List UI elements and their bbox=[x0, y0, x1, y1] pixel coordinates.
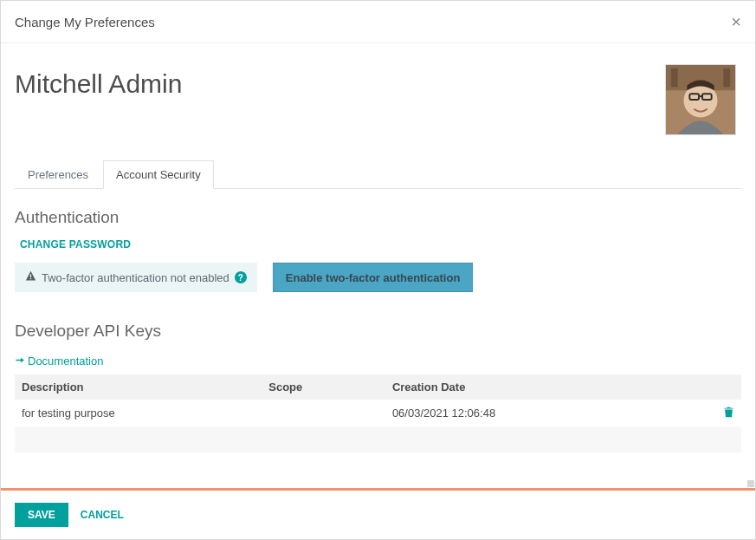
documentation-link-label: Documentation bbox=[28, 355, 103, 368]
twofa-status-badge: Two-factor authentication not enabled ? bbox=[15, 263, 257, 292]
col-description: Description bbox=[15, 374, 262, 400]
preferences-modal: Change My Preferences × Mitchell Admin bbox=[0, 0, 756, 540]
cell-creation-date: 06/03/2021 12:06:48 bbox=[385, 400, 690, 426]
col-scope: Scope bbox=[262, 374, 385, 400]
scrollbar-nub[interactable] bbox=[747, 480, 754, 487]
cancel-button[interactable]: Cancel bbox=[81, 509, 124, 521]
svg-rect-2 bbox=[671, 68, 678, 87]
api-keys-heading: Developer API Keys bbox=[15, 322, 741, 341]
col-creation-date: Creation Date bbox=[385, 374, 690, 400]
cell-delete bbox=[690, 400, 741, 426]
arrow-right-icon bbox=[15, 355, 24, 368]
warning-triangle-icon bbox=[25, 270, 36, 284]
enable-twofa-button[interactable]: Enable two-factor authentication bbox=[273, 263, 474, 292]
avatar[interactable] bbox=[665, 64, 736, 135]
tabs: Preferences Account Security bbox=[15, 159, 741, 189]
save-button[interactable]: Save bbox=[15, 503, 68, 527]
modal-footer: Save Cancel bbox=[1, 491, 755, 539]
modal-title: Change My Preferences bbox=[15, 15, 155, 29]
tab-account-security[interactable]: Account Security bbox=[103, 160, 214, 189]
tab-preferences[interactable]: Preferences bbox=[15, 160, 101, 189]
svg-rect-8 bbox=[30, 274, 31, 277]
change-password-button[interactable]: Change Password bbox=[20, 238, 131, 250]
cell-scope bbox=[262, 400, 385, 426]
documentation-link[interactable]: Documentation bbox=[15, 355, 103, 368]
table-header-row: Description Scope Creation Date bbox=[15, 374, 741, 400]
trash-icon[interactable] bbox=[723, 407, 734, 420]
table-empty-row bbox=[15, 426, 741, 452]
svg-rect-3 bbox=[723, 68, 730, 87]
help-circle-icon[interactable]: ? bbox=[235, 271, 247, 283]
col-delete bbox=[690, 374, 741, 400]
close-icon[interactable]: × bbox=[731, 13, 741, 30]
page-title: Mitchell Admin bbox=[15, 69, 182, 99]
avatar-image bbox=[666, 65, 735, 134]
modal-header: Change My Preferences × bbox=[1, 1, 755, 43]
twofa-status-text: Two-factor authentication not enabled bbox=[42, 271, 229, 284]
twofa-row: Two-factor authentication not enabled ? … bbox=[15, 263, 741, 292]
header-row: Mitchell Admin bbox=[15, 64, 741, 135]
authentication-heading: Authentication bbox=[15, 208, 741, 227]
api-keys-table: Description Scope Creation Date for test… bbox=[15, 374, 741, 452]
svg-rect-9 bbox=[30, 278, 31, 279]
cell-description: for testing purpose bbox=[15, 400, 262, 426]
table-row[interactable]: for testing purpose 06/03/2021 12:06:48 bbox=[15, 400, 741, 426]
form-sheet: Mitchell Admin bbox=[8, 57, 748, 488]
modal-body: Mitchell Admin bbox=[1, 43, 755, 488]
